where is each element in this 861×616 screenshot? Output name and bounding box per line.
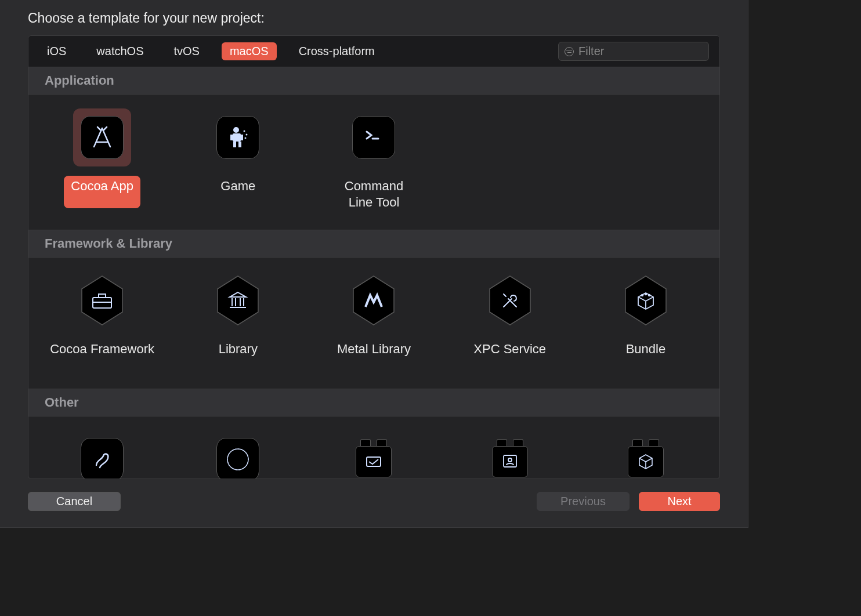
template-scroll-area[interactable]: Application Cocoa App — [28, 67, 719, 479]
template-label: Command Line Tool — [338, 176, 410, 212]
tools-icon — [487, 275, 533, 326]
template-library[interactable]: Library — [170, 266, 306, 375]
template-applescript-app[interactable]: AppleScript App — [34, 425, 170, 479]
tab-watchos[interactable]: watchOS — [88, 42, 151, 60]
section-header-application: Application — [28, 67, 719, 95]
template-label: Cocoa Framework — [43, 339, 161, 371]
template-safari-extension[interactable]: Safari Extension — [170, 425, 306, 479]
cancel-button[interactable]: Cancel — [28, 492, 121, 511]
tab-macos[interactable]: macOS — [222, 42, 277, 60]
svg-point-31 — [508, 458, 512, 462]
template-game[interactable]: Game — [170, 103, 306, 216]
filter-field[interactable] — [558, 42, 709, 61]
tab-cross-platform[interactable]: Cross-platform — [291, 42, 383, 60]
tab-ios[interactable]: iOS — [39, 42, 74, 60]
section-header-other: Other — [28, 389, 719, 416]
toolbox-icon — [79, 275, 125, 326]
template-generic-kernel[interactable]: Generic Kernel — [578, 425, 714, 479]
section-grid-other: AppleScript App Safari Extension — [28, 416, 719, 479]
section-header-framework: Framework & Library — [28, 230, 719, 258]
template-label: Bundle — [619, 339, 673, 371]
previous-button: Previous — [537, 492, 630, 511]
template-metal-library[interactable]: Metal Library — [306, 266, 442, 375]
svg-rect-29 — [367, 457, 381, 466]
contacts-icon — [489, 438, 531, 479]
template-xpc-service[interactable]: XPC Service — [442, 266, 578, 375]
compass-icon — [216, 438, 259, 479]
svg-point-6 — [244, 131, 245, 132]
svg-point-26 — [649, 295, 650, 296]
template-label: Library — [212, 339, 265, 371]
dialog-footer: Cancel Previous Next — [0, 479, 748, 527]
metal-m-icon — [351, 275, 396, 326]
template-label: XPC Service — [466, 339, 553, 371]
filter-icon — [565, 47, 574, 56]
svg-rect-2 — [230, 135, 233, 140]
section-grid-application: Cocoa App Game Com — [28, 95, 719, 230]
bundle-box-icon — [623, 275, 668, 326]
svg-point-7 — [246, 134, 248, 136]
section-grid-framework: Cocoa Framework Library — [28, 258, 719, 389]
template-label: Game — [214, 176, 262, 208]
bundle-box-icon — [624, 438, 667, 479]
svg-point-24 — [642, 295, 643, 296]
svg-point-0 — [233, 127, 239, 133]
svg-point-25 — [645, 293, 647, 295]
svg-rect-5 — [238, 142, 241, 147]
automator-icon — [352, 438, 395, 479]
template-bundle[interactable]: Bundle — [578, 266, 714, 375]
template-label: Cocoa App — [64, 176, 140, 208]
svg-point-8 — [245, 137, 247, 139]
filter-input[interactable] — [578, 45, 703, 58]
svg-rect-3 — [240, 135, 243, 140]
template-cocoa-app[interactable]: Cocoa App — [34, 103, 170, 216]
template-automator-action[interactable]: Automator Action — [306, 425, 442, 479]
new-project-dialog: Choose a template for your new project: … — [0, 0, 748, 528]
terminal-icon — [352, 116, 395, 159]
svg-rect-4 — [233, 142, 236, 147]
dialog-title: Choose a template for your new project: — [0, 0, 748, 35]
next-button[interactable]: Next — [639, 492, 720, 511]
platform-tabbar: iOS watchOS tvOS macOS Cross-platform — [28, 36, 719, 67]
template-panel: iOS watchOS tvOS macOS Cross-platform Ap… — [28, 35, 720, 479]
svg-marker-14 — [230, 292, 246, 297]
template-command-line-tool[interactable]: Command Line Tool — [306, 103, 442, 216]
template-cocoa-framework[interactable]: Cocoa Framework — [34, 266, 170, 375]
template-label: Metal Library — [330, 339, 418, 371]
svg-rect-1 — [233, 133, 241, 142]
columns-icon — [215, 275, 261, 326]
svg-rect-30 — [504, 455, 516, 467]
script-icon — [81, 438, 124, 479]
game-sprite-icon — [216, 116, 259, 159]
tab-tvos[interactable]: tvOS — [166, 42, 208, 60]
app-a-icon — [81, 116, 124, 159]
template-contacts-action[interactable]: Contacts Action — [442, 425, 578, 479]
